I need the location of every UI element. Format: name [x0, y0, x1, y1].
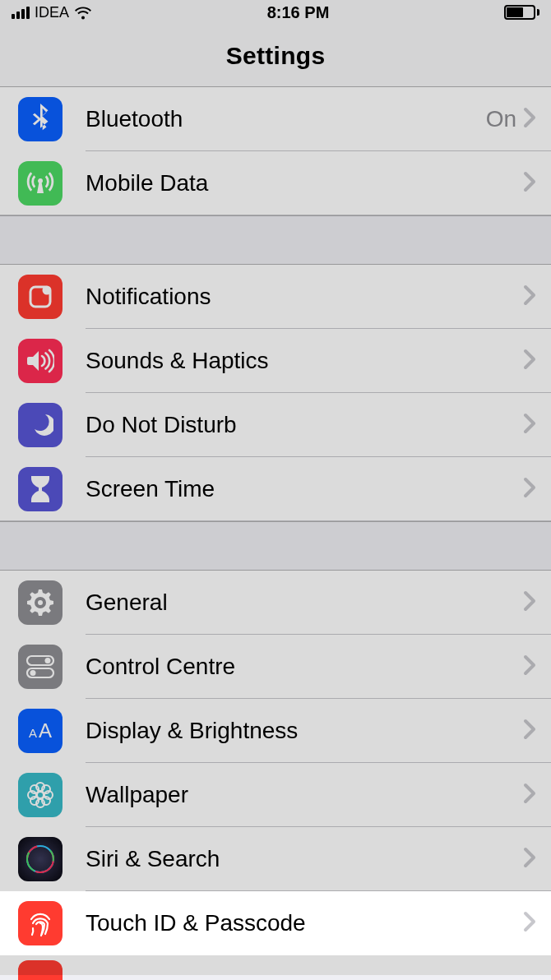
- row-label: Do Not Disturb: [86, 412, 523, 438]
- hourglass-icon: [18, 467, 63, 511]
- svg-point-1: [43, 286, 52, 295]
- row-bluetooth[interactable]: BluetoothOn: [0, 87, 551, 151]
- row-touchid[interactable]: Touch ID & Passcode: [0, 891, 551, 955]
- siri-icon: [18, 837, 63, 881]
- chevron-right-icon: [523, 284, 536, 309]
- row-general[interactable]: General: [0, 571, 551, 635]
- svg-text:A: A: [29, 726, 37, 740]
- row-label: Bluetooth: [86, 106, 486, 132]
- toggles-icon: [18, 645, 63, 689]
- chevron-right-icon: [523, 654, 536, 679]
- cellular-signal-icon: [12, 7, 30, 19]
- antenna-icon: [18, 161, 63, 206]
- bluetooth-icon: [18, 97, 63, 141]
- row-wallpaper[interactable]: Wallpaper: [0, 763, 551, 827]
- row-label: Display & Brightness: [86, 718, 523, 744]
- svg-rect-17: [18, 837, 63, 881]
- speaker-icon: [18, 339, 63, 383]
- row-dnd[interactable]: Do Not Disturb: [0, 393, 551, 457]
- row-value: On: [486, 106, 516, 132]
- chevron-right-icon: [523, 349, 536, 373]
- chevron-right-icon: [523, 590, 536, 615]
- row-label: Wallpaper: [86, 782, 523, 808]
- row-controlcentre[interactable]: Control Centre: [0, 635, 551, 699]
- chevron-right-icon: [523, 719, 536, 743]
- carrier-label: IDEA: [35, 4, 69, 21]
- gear-icon: [18, 580, 63, 625]
- row-sounds[interactable]: Sounds & Haptics: [0, 329, 551, 393]
- row-label: General: [86, 589, 523, 616]
- battery-icon: [504, 5, 539, 20]
- row-label: Notifications: [86, 284, 523, 310]
- row-label: Screen Time: [86, 476, 523, 502]
- chevron-right-icon: [523, 477, 536, 502]
- fingerprint-icon: [18, 901, 63, 945]
- flower-icon: [18, 773, 63, 817]
- chevron-right-icon: [523, 783, 536, 807]
- chevron-right-icon: [523, 171, 536, 196]
- svg-point-3: [45, 658, 51, 663]
- chevron-right-icon: [523, 847, 536, 871]
- row-label: Touch ID & Passcode: [86, 910, 523, 936]
- chevron-right-icon: [523, 107, 536, 132]
- clock: 8:16 PM: [267, 3, 330, 22]
- row-siri[interactable]: Siri & Search: [0, 827, 551, 891]
- row-notifications[interactable]: Notifications: [0, 265, 551, 329]
- row-screen-time[interactable]: Screen Time: [0, 457, 551, 521]
- page-title: Settings: [0, 25, 551, 87]
- chevron-right-icon: [523, 413, 536, 437]
- status-bar: IDEA 8:16 PM: [0, 0, 551, 25]
- row-peek: [0, 955, 551, 975]
- wifi-icon: [74, 6, 92, 20]
- row-label: Control Centre: [86, 654, 523, 680]
- row-display[interactable]: AADisplay & Brightness: [0, 699, 551, 763]
- aa-icon: AA: [18, 709, 63, 753]
- svg-point-5: [30, 670, 36, 676]
- row-label: Sounds & Haptics: [86, 348, 523, 374]
- row-label: Siri & Search: [86, 846, 523, 872]
- svg-text:A: A: [39, 719, 52, 742]
- moon-icon: [18, 403, 63, 447]
- chevron-right-icon: [523, 911, 536, 936]
- row-mobile-data[interactable]: Mobile Data: [0, 151, 551, 215]
- notifications-icon: [18, 275, 63, 319]
- row-label: Mobile Data: [86, 170, 523, 196]
